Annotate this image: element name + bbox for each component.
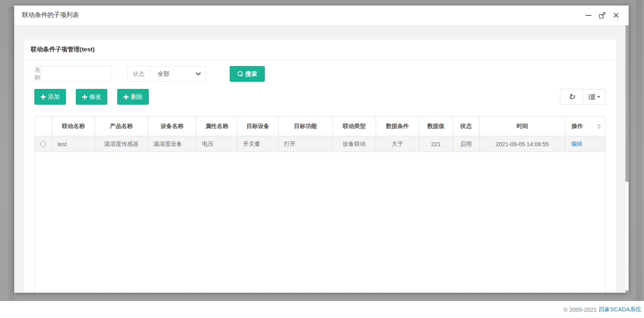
- status-label: 状态: [127, 66, 150, 81]
- cell-linkage-name: test: [52, 136, 95, 152]
- background-panel-edge: [8, 7, 14, 301]
- dialog-body: 联动条件子项管理(test) 名称 状态 全部: [14, 25, 629, 293]
- delete-button[interactable]: 删除: [117, 89, 149, 105]
- cell-status: 启用: [453, 136, 479, 152]
- panel-title: 联动条件子项管理(test): [24, 40, 616, 60]
- plus-icon: [41, 94, 46, 100]
- cell-target-device: 开关量: [238, 136, 279, 152]
- delete-button-label: 删除: [131, 93, 143, 101]
- refresh-button[interactable]: ↻: [560, 89, 583, 104]
- table-header-linkage-name: 联动名称: [52, 117, 95, 136]
- columns-button[interactable]: [583, 89, 605, 104]
- sort-icon[interactable]: [597, 124, 601, 129]
- name-input[interactable]: [41, 66, 123, 81]
- table-header-target-function: 目标功能: [279, 117, 333, 136]
- table-header-data-value: 数据值: [419, 117, 453, 136]
- dialog-scrollbar-thumb[interactable]: [625, 182, 629, 290]
- add-button[interactable]: 添加: [34, 89, 66, 105]
- table-header-target-device: 目标设备: [238, 117, 279, 136]
- cell-time: 2021-09-05 14:09:55: [479, 136, 565, 152]
- row-radio[interactable]: [40, 141, 46, 147]
- cell-product-name: 温湿度传感器: [95, 136, 148, 152]
- cell-device-name: 温湿度设备: [148, 136, 197, 152]
- table-view-controls: ↻: [560, 89, 606, 105]
- cell-linkage-type: 设备联动: [333, 136, 376, 152]
- dialog-header: 联动条件的子项列表 ×: [14, 6, 629, 25]
- dialog-window-controls: ×: [584, 11, 620, 19]
- table-toolbar: 添加 修改 删除 ↻: [34, 89, 606, 105]
- search-icon: [238, 71, 243, 77]
- modify-button-label: 修改: [90, 93, 101, 101]
- columns-icon: [589, 94, 595, 100]
- table-header-row: 联动名称 产品名称 设备名称 属性名称 目标设备 目标功能 联动类型 数据条件 …: [35, 117, 605, 136]
- copyright-text: © 2005-2021: [564, 307, 597, 313]
- cell-data-value: 221: [419, 136, 453, 152]
- name-label: 名称: [35, 66, 41, 81]
- table-header-data-condition: 数据条件: [376, 117, 419, 136]
- cell-data-condition: 大于: [376, 136, 419, 152]
- panel: 联动条件子项管理(test) 名称 状态 全部: [24, 40, 616, 293]
- action-header-label: 操作: [571, 122, 599, 130]
- minimize-icon: [586, 15, 592, 16]
- table-header-time: 时间: [479, 117, 565, 136]
- status-selected-value: 全部: [157, 70, 169, 78]
- status-select[interactable]: 全部: [150, 66, 206, 81]
- table-header-device-name: 设备名称: [148, 117, 197, 136]
- close-button[interactable]: ×: [612, 11, 620, 19]
- close-icon: ×: [613, 12, 619, 19]
- table-header-status: 状态: [453, 117, 479, 136]
- search-button-label: 搜索: [245, 70, 257, 78]
- plus-icon: [82, 94, 87, 100]
- minimize-button[interactable]: [584, 11, 592, 19]
- dialog: 联动条件的子项列表 × 联动条件子项管理(test): [14, 6, 629, 293]
- add-button-label: 添加: [48, 93, 60, 101]
- footer-brand-link[interactable]: 四象SCADA系统: [599, 306, 641, 313]
- row-select-cell: [35, 136, 52, 152]
- chevron-down-icon: [196, 70, 201, 75]
- edit-link[interactable]: 编辑: [571, 140, 582, 148]
- maximize-button[interactable]: [598, 11, 606, 19]
- modify-button[interactable]: 修改: [76, 89, 107, 105]
- table-header-attribute-name: 属性名称: [197, 117, 238, 136]
- table-header-product-name: 产品名称: [95, 117, 148, 136]
- refresh-icon: ↻: [568, 92, 575, 102]
- search-form: 名称 状态 全部 搜索: [34, 66, 265, 82]
- cell-attribute-name: 电压: [197, 136, 238, 152]
- plus-icon: [124, 94, 129, 100]
- table-header-linkage-type: 联动类型: [333, 117, 376, 136]
- status-input-group: 状态 全部: [127, 66, 206, 82]
- cell-action: 编辑: [565, 136, 605, 152]
- data-table: 联动名称 产品名称 设备名称 属性名称 目标设备 目标功能 联动类型 数据条件 …: [34, 116, 606, 293]
- table-row[interactable]: test 温湿度传感器 温湿度设备 电压 开关量 打开 设备联动 大于 221 …: [35, 136, 605, 152]
- maximize-icon: [599, 12, 606, 19]
- page-footer: © 2005-2021 四象SCADA系统: [0, 301, 644, 318]
- panel-body: 名称 状态 全部 搜索: [24, 60, 616, 293]
- cell-target-function: 打开: [279, 136, 333, 152]
- caret-down-icon: [597, 96, 600, 98]
- dialog-scrollbar: [625, 25, 629, 293]
- background-page-scrollbar: [636, 0, 642, 301]
- name-input-group: 名称: [34, 66, 112, 82]
- table-header-action[interactable]: 操作: [565, 117, 605, 136]
- dialog-title: 联动条件的子项列表: [22, 11, 79, 19]
- search-button[interactable]: 搜索: [230, 66, 265, 82]
- table-header-select: [35, 117, 52, 136]
